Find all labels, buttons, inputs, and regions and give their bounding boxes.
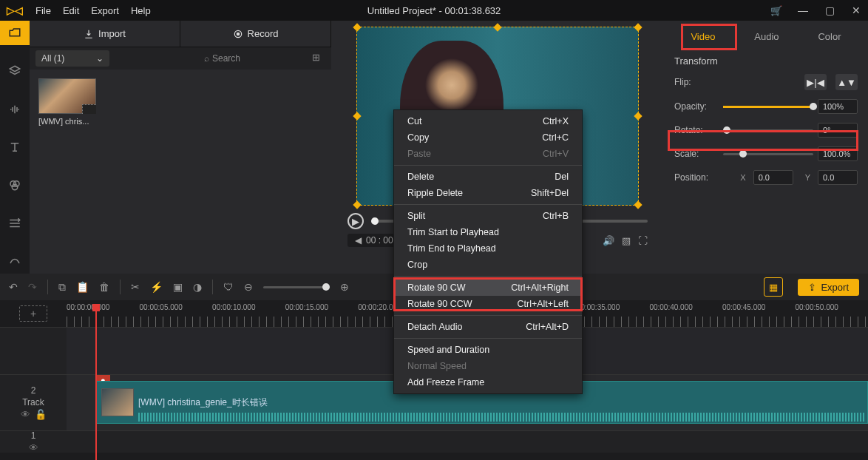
media-clip[interactable]: [WMV] chris... (38, 78, 96, 126)
menu-detach-audio[interactable]: Detach AudioCtrl+Alt+D (394, 319, 582, 335)
menu-rotate-ccw[interactable]: Rotate 90 CCWCtrl+Alt+Left (394, 296, 582, 312)
app-logo: ▷◁ (0, 4, 30, 16)
elements-tab[interactable] (0, 249, 30, 274)
clip-thumb-icon (101, 388, 134, 416)
lock-icon[interactable]: 🔓 (35, 409, 47, 420)
record-button[interactable]: Record (180, 21, 331, 47)
visibility-icon[interactable]: 👁 (21, 409, 30, 420)
rotate-label: Rotate: (674, 125, 719, 135)
document-title: Untitled Project* - 00:01:38.632 (367, 5, 501, 16)
marker-icon[interactable]: 🛡 (223, 281, 234, 293)
chevron-down-icon: ⌄ (96, 53, 104, 64)
menu-help[interactable]: Help (131, 5, 151, 16)
opacity-value[interactable]: 100% (818, 99, 858, 114)
track-1-header[interactable]: 1 👁 (0, 431, 67, 453)
clip-name: [WMV] christina_genie_时长错误 (138, 396, 268, 409)
export-icon: ⇪ (808, 282, 816, 293)
menu-rotate-cw[interactable]: Rotate 90 CWCtrl+Alt+Right (394, 280, 582, 296)
scale-value[interactable]: 100.0% (818, 146, 858, 161)
track-number-2: 2 (31, 385, 36, 396)
layers-tab[interactable] (0, 58, 30, 83)
svg-point-4 (237, 33, 240, 35)
position-x-value[interactable]: 0.0 (753, 170, 793, 185)
menu-cut[interactable]: CutCtrl+X (394, 113, 582, 129)
menu-copy[interactable]: CopyCtrl+C (394, 129, 582, 146)
left-toolbar (0, 21, 30, 274)
menu-paste: PasteCtrl+V (394, 146, 582, 162)
search-icon: ⌕ (204, 53, 209, 64)
position-label: Position: (674, 172, 719, 183)
scale-slider[interactable] (723, 153, 813, 155)
opacity-label: Opacity: (674, 101, 719, 112)
undo-button[interactable]: ↶ (9, 281, 18, 293)
minimize-button[interactable]: — (797, 4, 809, 16)
paste-icon[interactable]: 📋 (76, 281, 89, 293)
clip-thumbnail (38, 78, 96, 114)
menu-trim-start[interactable]: Trim Start to Playhead (394, 224, 582, 240)
track-label-text: Track (22, 397, 44, 407)
export-button[interactable]: ⇪Export (798, 279, 859, 296)
context-menu: CutCtrl+X CopyCtrl+C PasteCtrl+V DeleteD… (393, 109, 583, 394)
maximize-button[interactable]: ▢ (824, 4, 835, 16)
menu-normal-speed: Normal Speed (394, 358, 582, 374)
copy-icon[interactable]: ⧉ (58, 281, 66, 294)
volume-icon[interactable]: 🔊 (603, 235, 614, 246)
menu-trim-end[interactable]: Trim End to Playhead (394, 240, 582, 257)
audio-tab[interactable] (0, 97, 30, 121)
filter-dropdown[interactable]: All (1)⌄ (35, 50, 109, 67)
y-label: Y (805, 173, 810, 182)
x-label: X (740, 173, 745, 182)
rotate-slider[interactable] (723, 129, 813, 132)
zoom-slider[interactable] (263, 286, 330, 288)
import-button[interactable]: Import (30, 21, 180, 47)
menu-ripple-delete[interactable]: Ripple DeleteShift+Del (394, 185, 582, 201)
filters-tab[interactable] (0, 173, 30, 197)
menu-export[interactable]: Export (91, 5, 119, 16)
media-tab[interactable] (0, 21, 30, 45)
fullscreen-icon[interactable]: ⛶ (638, 235, 648, 246)
search-input[interactable]: ⌕Search (115, 53, 306, 64)
zoom-in-button[interactable]: ⊕ (340, 281, 349, 293)
tab-audio[interactable]: Audio (750, 28, 783, 45)
library-panel: Import Record All (1)⌄ ⌕Search ⊞ [WMV] c… (30, 21, 331, 274)
close-button[interactable]: ✕ (850, 4, 862, 16)
zoom-out-button[interactable]: ⊖ (244, 281, 253, 293)
speed-icon[interactable]: ⚡ (150, 281, 163, 293)
track-2-header[interactable]: 2 Track 👁🔓 (0, 375, 67, 430)
cut-tool-icon[interactable]: ✂ (131, 281, 140, 293)
delete-icon[interactable]: 🗑 (99, 281, 109, 293)
transitions-tab[interactable] (0, 211, 30, 235)
opacity-slider[interactable] (723, 106, 813, 108)
menu-split[interactable]: SplitCtrl+B (394, 208, 582, 224)
visibility-icon[interactable]: 👁 (29, 442, 38, 453)
flip-vertical-button[interactable]: ▲▼ (835, 74, 858, 90)
tab-video[interactable]: Video (686, 28, 719, 45)
render-button[interactable]: ▦ (764, 277, 783, 297)
cart-icon[interactable]: 🛒 (770, 5, 782, 16)
track-number-1: 1 (31, 430, 36, 441)
flip-horizontal-button[interactable]: ▶|◀ (804, 74, 827, 90)
tab-color[interactable]: Color (813, 28, 845, 45)
titlebar: ▷◁ File Edit Export Help Untitled Projec… (0, 0, 868, 21)
grid-view-icon[interactable]: ⊞ (312, 52, 325, 65)
menu-speed[interactable]: Speed and Duration (394, 342, 582, 358)
scale-label: Scale: (674, 149, 719, 159)
crop-tool-icon[interactable]: ▣ (173, 281, 183, 293)
color-tool-icon[interactable]: ◑ (193, 281, 202, 293)
add-track-button[interactable]: + (19, 305, 47, 322)
menubar: File Edit Export Help (35, 5, 151, 16)
position-y-value[interactable]: 0.0 (818, 170, 858, 185)
menu-file[interactable]: File (35, 5, 51, 16)
flip-label: Flip: (674, 77, 719, 87)
menu-freeze[interactable]: Add Freeze Frame (394, 374, 582, 390)
svg-point-2 (12, 185, 18, 191)
menu-delete[interactable]: DeleteDel (394, 169, 582, 185)
snapshot-icon[interactable]: ▧ (622, 235, 631, 246)
text-tab[interactable] (0, 135, 30, 159)
play-button[interactable]: ▶ (347, 213, 364, 229)
rotate-value[interactable]: 0° (818, 123, 858, 138)
menu-crop[interactable]: Crop (394, 257, 582, 273)
playhead[interactable] (95, 304, 97, 460)
menu-edit[interactable]: Edit (63, 5, 79, 16)
redo-button[interactable]: ↷ (28, 281, 37, 293)
